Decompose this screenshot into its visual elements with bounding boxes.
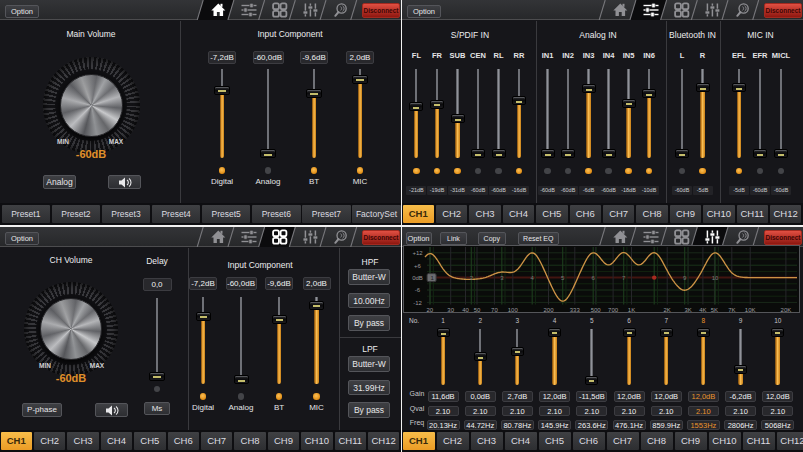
svg-text:50: 50 — [474, 307, 481, 313]
svg-text:20K: 20K — [781, 307, 792, 313]
svg-text:200: 200 — [543, 307, 554, 313]
svg-text:700: 700 — [608, 307, 619, 313]
svg-text:+6: +6 — [414, 263, 422, 269]
svg-text:70: 70 — [491, 307, 498, 313]
svg-text:10K: 10K — [745, 307, 756, 313]
svg-text:-12: -12 — [413, 300, 422, 306]
svg-text:2K: 2K — [664, 307, 671, 313]
svg-text:-6: -6 — [415, 287, 421, 293]
svg-text:10: 10 — [712, 275, 719, 281]
svg-text:+12: +12 — [412, 250, 423, 256]
svg-text:1K: 1K — [628, 307, 635, 313]
svg-text:40: 40 — [462, 307, 469, 313]
svg-text:0dB: 0dB — [412, 275, 423, 281]
svg-text:100: 100 — [508, 307, 519, 313]
svg-text:4K: 4K — [699, 307, 706, 313]
svg-text:30: 30 — [447, 307, 454, 313]
svg-text:3K: 3K — [684, 307, 691, 313]
svg-text:333: 333 — [570, 307, 581, 313]
svg-text:7K: 7K — [728, 307, 735, 313]
svg-text:20: 20 — [426, 307, 433, 313]
svg-text:500: 500 — [591, 307, 602, 313]
svg-text:5K: 5K — [711, 307, 718, 313]
